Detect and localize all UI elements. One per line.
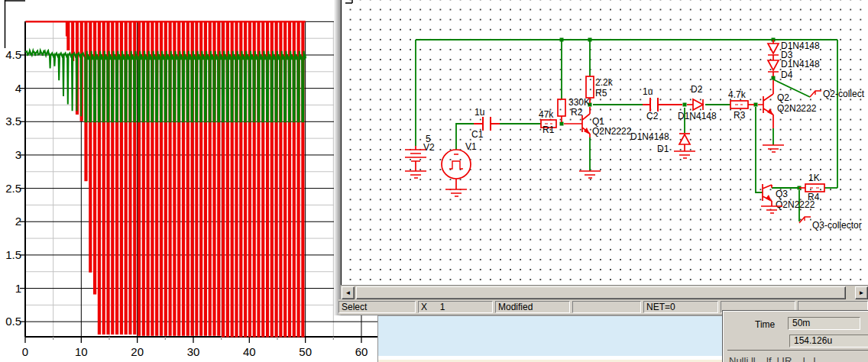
battery-V2[interactable]: 5 V2 <box>405 134 435 171</box>
component-name: D4 <box>781 69 793 80</box>
component-name: R5 <box>595 88 607 99</box>
partial-offscreen-element <box>345 0 352 3</box>
component-name: R2 <box>571 107 583 118</box>
status-modified: Modified <box>495 301 570 313</box>
component-value: 4.7k <box>728 89 747 100</box>
component-value: 330K <box>568 97 590 108</box>
horizontal-scrollbar[interactable]: ◄ ► <box>341 285 868 299</box>
plot-frame-corner <box>5 0 25 48</box>
component-name: Q2 <box>777 92 789 103</box>
status-mode: Select <box>338 301 416 313</box>
component-model: D1N4148 <box>630 131 669 142</box>
waveform-plot-window: 01020304050604.543.532.521.510.5 <box>0 0 382 362</box>
panel-divider <box>727 350 868 351</box>
micro-cap-workspace: 01020304050604.543.532.521.510.5 <box>0 0 868 362</box>
component-name: C1 <box>471 129 484 140</box>
scroll-left-button[interactable]: ◄ <box>342 286 355 299</box>
time-current-field[interactable]: 154.126u <box>789 335 868 347</box>
window-left-edge <box>334 0 341 315</box>
waveform-plot[interactable]: 01020304050604.543.532.521.510.5 <box>0 0 382 362</box>
resistor-R5[interactable]: 2.2k R5 <box>586 76 614 103</box>
component-name: C2 <box>646 111 659 121</box>
component-name: V1 <box>465 141 477 152</box>
y-tick-label: 1 <box>15 282 21 295</box>
x-tick-label: 10 <box>75 345 88 358</box>
component-value: 1u <box>643 86 653 97</box>
pulse-source-V1[interactable]: V1 <box>442 141 477 189</box>
x-tick-label: 40 <box>243 345 256 358</box>
component-name: Q3 <box>776 189 788 199</box>
scrollbar-thumb[interactable] <box>356 286 846 299</box>
component-model: Q2N2222 <box>592 126 632 137</box>
analysis-status-panel: Time 50m 154.126u Nulli ll lf l IR l l <box>722 310 868 362</box>
scroll-right-button[interactable]: ► <box>855 286 868 299</box>
component-model: D1N4148 <box>678 111 717 121</box>
schematic-canvas[interactable]: 5 V2 V1 1u C1 <box>341 0 868 285</box>
ground-symbols <box>405 145 784 213</box>
component-value: 2.2k <box>595 77 614 88</box>
y-tick-label: 4 <box>15 82 21 95</box>
resistor-R3[interactable]: 4.7k R3 <box>728 89 754 121</box>
transistor-Q2[interactable]: Q2 Q2N2222 <box>758 80 817 128</box>
x-tick-label: 50 <box>299 345 312 358</box>
y-tick-label: 4.5 <box>5 48 21 61</box>
x-tick-label: 20 <box>131 345 144 358</box>
time-range-field[interactable]: 50m <box>788 317 860 330</box>
x-tick-label: 60 <box>355 345 368 358</box>
capacitor-C1[interactable]: 1u C1 <box>471 107 500 140</box>
component-name: R3 <box>734 110 746 121</box>
component-model: D1N4148 <box>781 59 820 69</box>
net-flag-q3-collector[interactable]: Q3-collector <box>799 217 862 231</box>
schematic-editor-window: 5 V2 V1 1u C1 <box>334 0 868 315</box>
component-value: 47k <box>539 109 554 120</box>
resistor-R4[interactable]: 1K R4 <box>799 173 824 202</box>
x-tick-label: 30 <box>187 345 200 358</box>
x-tick-label: 0 <box>22 345 28 358</box>
net-label: Q3-collector <box>812 220 862 231</box>
y-tick-label: 1.5 <box>5 248 21 261</box>
component-model: Q2N2222 <box>777 103 817 114</box>
background-window <box>377 315 723 362</box>
capacitor-C2[interactable]: 1u C2 <box>643 86 682 121</box>
diode-D3[interactable]: D1N4148 D3 <box>768 40 820 60</box>
component-value: 1K <box>808 173 820 183</box>
y-tick-label: 3.5 <box>5 115 21 128</box>
y-tick-label: 3 <box>15 148 21 161</box>
clipped-text-fragment: Nulli ll lf l IR l l <box>729 354 815 362</box>
diode-D4[interactable]: D1N4148 D4 <box>768 59 820 80</box>
component-name: D2 <box>691 84 703 95</box>
y-tick-label: 0.5 <box>5 315 21 328</box>
component-name: Q1 <box>592 116 604 127</box>
component-value: 1u <box>474 107 484 118</box>
component-model: Q2N2222 <box>776 199 815 210</box>
y-tick-label: 2.5 <box>5 182 21 195</box>
wire-base-q3[interactable] <box>756 107 763 192</box>
component-name: R1 <box>542 124 555 135</box>
status-zoom: X 1 <box>418 301 493 313</box>
status-empty-1 <box>572 301 641 313</box>
time-label: Time <box>755 319 775 330</box>
net-label: Q2-collect <box>823 89 865 99</box>
status-net: NET=0 <box>643 301 718 313</box>
resistor-R1[interactable]: 47k R1 <box>539 109 556 135</box>
y-tick-label: 2 <box>15 215 21 228</box>
net-flag-q2-collector[interactable]: Q2-collect <box>810 89 865 99</box>
component-name: V2 <box>423 142 435 153</box>
component-name: D1 <box>657 144 669 154</box>
